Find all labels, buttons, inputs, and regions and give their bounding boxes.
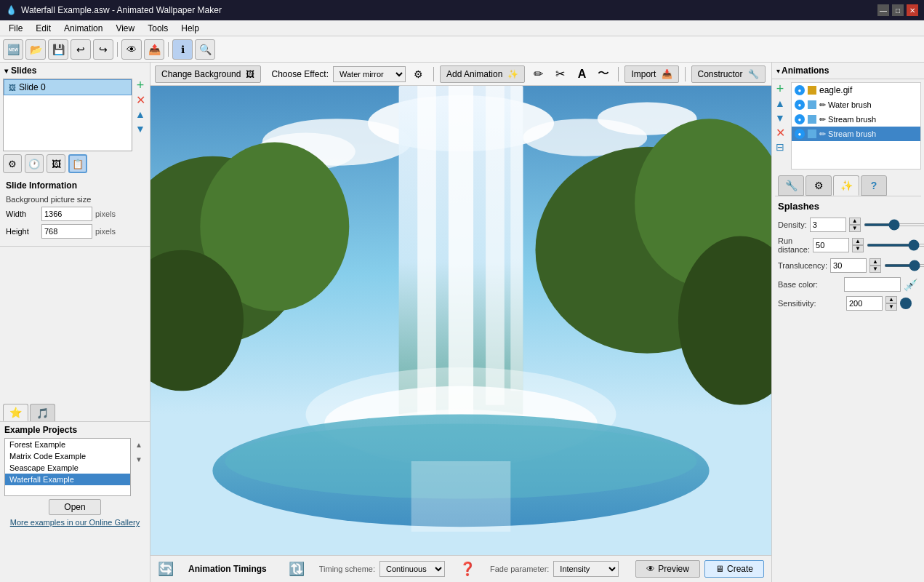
open-project-button[interactable]: Open	[49, 499, 100, 515]
menu-view[interactable]: View	[110, 22, 140, 35]
run-distance-down[interactable]: ▼	[852, 245, 864, 252]
anim-item-stream1[interactable]: ● ✏ Stream brush	[792, 112, 920, 127]
translucency-spinner[interactable]: ▲ ▼	[869, 258, 881, 273]
timing-scheme-dropdown[interactable]: Continuous Sequential Random	[379, 561, 445, 577]
splashes-title: Splashes	[778, 201, 918, 212]
slide-background-tab[interactable]: 🖼	[47, 154, 65, 173]
crop-icon-btn[interactable]: ✂	[551, 65, 569, 83]
wave-icon-btn[interactable]: 〜	[595, 65, 612, 83]
remove-slide-button[interactable]: ✕	[134, 93, 147, 106]
preview-toolbar-button[interactable]: 👁	[121, 39, 142, 60]
open-button[interactable]: 📂	[25, 39, 46, 60]
anim-item-eagle[interactable]: ● eagle.gif	[792, 83, 920, 97]
new-button[interactable]: 🆕	[3, 39, 23, 60]
anim-down-button[interactable]: ▼	[774, 111, 787, 124]
width-input[interactable]	[41, 207, 92, 221]
animations-with-controls: + ▲ ▼ ✕ ⊟ ● eagle.gif	[772, 79, 924, 172]
main-container: ▾ Slides 🖼 Slide 0 + ✕ ▲ ▼ ⚙ 🕐 🖼	[0, 63, 924, 582]
eyedropper-icon[interactable]: 💉	[904, 278, 918, 292]
slide-info-tab[interactable]: 📋	[68, 154, 87, 173]
density-slider[interactable]	[864, 223, 924, 226]
remove-anim-button[interactable]: ✕	[774, 126, 787, 139]
animations-list[interactable]: ● eagle.gif ● ✏ Water brush	[791, 82, 921, 170]
scroll-up-btn[interactable]: ▲	[132, 438, 145, 451]
menu-edit[interactable]: Edit	[30, 22, 57, 35]
gallery-link[interactable]: More examples in our Online Gallery	[4, 518, 145, 527]
export-button[interactable]: 📤	[144, 39, 164, 60]
base-color-swatch[interactable]	[844, 277, 901, 292]
close-button[interactable]: ✕	[907, 4, 918, 16]
slide-timing-tab[interactable]: 🕐	[25, 154, 44, 173]
create-button[interactable]: 🖥 Create	[704, 560, 764, 578]
translucency-up[interactable]: ▲	[869, 258, 881, 266]
slide-item[interactable]: 🖼 Slide 0	[4, 79, 132, 95]
menu-animation[interactable]: Animation	[58, 22, 108, 35]
undo-button[interactable]: ↩	[71, 39, 91, 60]
slides-list[interactable]: 🖼 Slide 0	[3, 79, 132, 151]
redo-button[interactable]: ↪	[93, 39, 113, 60]
anim-item-water-brush[interactable]: ● ✏ Water brush	[792, 97, 920, 112]
scroll-down-btn[interactable]: ▼	[132, 453, 145, 466]
run-distance-slider[interactable]	[867, 244, 924, 247]
density-spinner[interactable]: ▲ ▼	[849, 218, 861, 232]
minimize-button[interactable]: —	[877, 4, 889, 16]
move-slide-up-button[interactable]: ▲	[134, 108, 147, 121]
slide-controls: + ✕ ▲ ▼	[134, 79, 147, 151]
preview-button[interactable]: 👁 Preview	[635, 560, 700, 578]
maximize-button[interactable]: □	[892, 4, 904, 16]
text-icon-btn[interactable]: A	[573, 65, 590, 83]
run-distance-spinner[interactable]: ▲ ▼	[852, 238, 864, 252]
translucency-down[interactable]: ▼	[869, 266, 881, 273]
example-list[interactable]: Forest Example Matrix Code Example Seasc…	[4, 438, 131, 496]
sensitivity-up[interactable]: ▲	[885, 296, 897, 303]
height-input[interactable]	[41, 224, 92, 239]
menu-help[interactable]: Help	[175, 22, 205, 35]
example-item-seascape[interactable]: Seascape Example	[5, 462, 130, 474]
move-slide-down-button[interactable]: ▼	[134, 122, 147, 135]
properties-tab[interactable]: 🔧	[778, 175, 804, 196]
add-animation-button[interactable]: Add Animation ✨	[440, 65, 525, 83]
change-background-button[interactable]: Change Background 🖼	[155, 65, 261, 83]
translucency-slider[interactable]	[884, 264, 924, 267]
slide-settings-tab[interactable]: ⚙	[3, 154, 22, 173]
density-input[interactable]	[810, 218, 846, 232]
density-down[interactable]: ▼	[849, 225, 861, 232]
sensitivity-input[interactable]	[846, 296, 883, 311]
fade-param-dropdown[interactable]: Intensity Duration Distance	[553, 561, 619, 577]
height-label: Height	[6, 227, 39, 236]
add-animation-anim-button[interactable]: +	[774, 82, 787, 95]
splashes-tab[interactable]: ✨	[833, 175, 859, 196]
add-slide-button[interactable]: +	[134, 79, 147, 92]
run-distance-up[interactable]: ▲	[852, 238, 864, 245]
import-button[interactable]: Import 📥	[624, 65, 678, 83]
settings-tab[interactable]: ⚙	[806, 175, 832, 196]
music-tab[interactable]: 🎵	[30, 404, 55, 421]
density-up[interactable]: ▲	[849, 218, 861, 225]
info-button[interactable]: ℹ	[172, 39, 193, 60]
run-distance-input[interactable]	[813, 238, 849, 252]
sensitivity-down[interactable]: ▼	[885, 303, 897, 311]
menu-file[interactable]: File	[3, 22, 28, 35]
anim-up-button[interactable]: ▲	[774, 97, 787, 110]
effect-settings-btn[interactable]: ⚙	[410, 65, 427, 83]
help-tab[interactable]: ?	[861, 175, 887, 196]
menu-tools[interactable]: Tools	[142, 22, 174, 35]
anim-item-stream2[interactable]: ● ✏ Stream brush	[792, 127, 920, 141]
base-color-label: Base color:	[778, 280, 841, 289]
anim-extra-btn[interactable]: ⊟	[774, 140, 787, 154]
translucency-label: Translucency:	[778, 261, 827, 270]
pencil-icon-btn[interactable]: ✏	[529, 65, 547, 83]
effect-dropdown[interactable]: Water mirror None Ripple	[333, 66, 406, 82]
slide-information-section: Slide Information Background picture siz…	[0, 176, 150, 247]
example-item-forest[interactable]: Forest Example	[5, 439, 130, 450]
sensitivity-row: Sensitivity: ▲ ▼	[778, 296, 918, 311]
save-button[interactable]: 💾	[48, 39, 68, 60]
translucency-input[interactable]	[830, 258, 867, 273]
sensitivity-spinner[interactable]: ▲ ▼	[885, 296, 897, 311]
example-item-matrix[interactable]: Matrix Code Example	[5, 450, 130, 462]
favorites-tab[interactable]: ⭐	[3, 404, 28, 421]
constructor-button[interactable]: Constructor 🔧	[691, 65, 766, 83]
search-button[interactable]: 🔍	[195, 39, 215, 60]
example-item-waterfall[interactable]: Waterfall Example	[5, 474, 130, 485]
run-distance-label: Run distance:	[778, 236, 810, 254]
